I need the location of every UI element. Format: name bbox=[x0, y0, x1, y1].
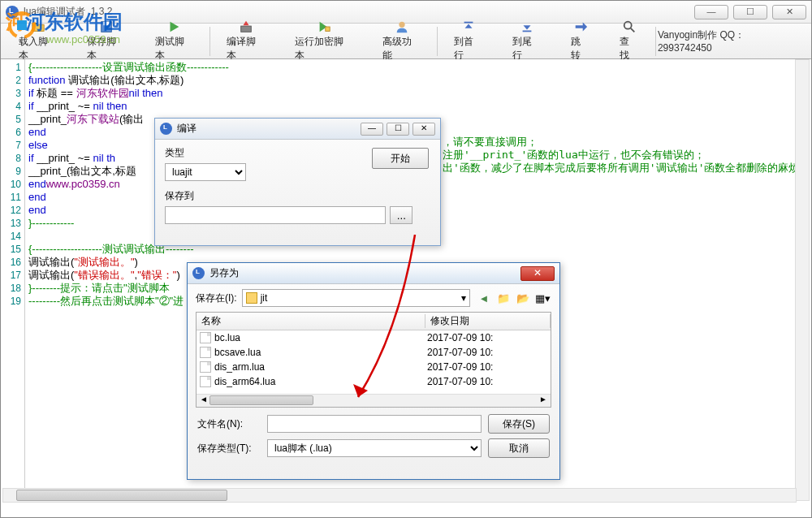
svg-rect-5 bbox=[326, 27, 330, 31]
saveas-dialog: 另存为 ✕ 保存在(I): jit ▾ ◄ 📁 📂 ▦▾ 名称 修改日期 bc.… bbox=[187, 262, 560, 480]
file-row[interactable]: bc.lua2017-07-09 10: bbox=[197, 330, 551, 345]
last-line-button[interactable]: 到尾行 bbox=[498, 24, 556, 58]
dialog-maximize-button[interactable]: ☐ bbox=[387, 123, 409, 136]
col-name[interactable]: 名称 bbox=[197, 314, 425, 328]
dialog-icon bbox=[160, 123, 172, 135]
cancel-button[interactable]: 取消 bbox=[488, 438, 550, 458]
view-button[interactable]: ▦▾ bbox=[533, 290, 551, 306]
save-button[interactable]: 保存(S) bbox=[488, 414, 550, 434]
compile-script-button[interactable]: 编译脚本 bbox=[212, 24, 280, 58]
file-list[interactable]: 名称 修改日期 bc.lua2017-07-09 10:bcsave.lua20… bbox=[196, 312, 551, 408]
play-lock-icon bbox=[316, 19, 332, 34]
filetype-label: 保存类型(T): bbox=[197, 442, 261, 455]
dialog-close-button[interactable]: ✕ bbox=[412, 123, 435, 136]
user-icon bbox=[394, 19, 410, 34]
svg-line-10 bbox=[631, 28, 635, 32]
browse-button[interactable]: ... bbox=[390, 206, 412, 224]
svg-rect-3 bbox=[103, 22, 109, 26]
test-script-button[interactable]: 测试脚本 bbox=[140, 24, 209, 58]
saveas-close-button[interactable]: ✕ bbox=[520, 266, 555, 281]
file-icon bbox=[200, 332, 211, 343]
file-row[interactable]: dis_arm.lua2017-07-09 10: bbox=[197, 360, 551, 374]
compile-icon bbox=[238, 19, 254, 34]
compile-dialog-title: 编译 bbox=[177, 122, 361, 136]
svg-rect-7 bbox=[464, 22, 473, 24]
list-scroll-thumb[interactable] bbox=[209, 395, 313, 405]
folder-select[interactable]: jit ▾ bbox=[242, 289, 470, 307]
svg-point-9 bbox=[624, 22, 632, 29]
file-row[interactable]: dis_arm64.lua2017-07-09 10: bbox=[197, 374, 551, 389]
save-icon bbox=[98, 19, 114, 34]
svg-point-6 bbox=[399, 22, 404, 28]
dialog-minimize-button[interactable]: — bbox=[361, 123, 383, 136]
svg-rect-8 bbox=[523, 31, 532, 32]
type-select[interactable]: luajit bbox=[165, 163, 246, 181]
app-icon bbox=[6, 6, 19, 19]
maximize-button[interactable]: ☐ bbox=[733, 5, 767, 19]
find-button[interactable]: 查找 bbox=[605, 24, 654, 58]
toolbar: 载入脚本 保存脚本 测试脚本 编译脚本 运行加密脚本 高级功能 到首行 到尾行 … bbox=[1, 24, 811, 59]
newfolder-button[interactable]: 📂 bbox=[514, 290, 532, 306]
file-icon bbox=[200, 361, 211, 373]
back-button[interactable]: ◄ bbox=[475, 290, 493, 306]
separator bbox=[655, 27, 656, 56]
code-comment: 出'函数，减少了在脚本完成后要将所有调用'调试输出'函数全都删除的麻烦。 bbox=[443, 161, 810, 175]
vertical-scrollbar[interactable] bbox=[795, 59, 810, 501]
scroll-thumb[interactable] bbox=[16, 490, 227, 501]
filetype-select[interactable]: lua脚本 (.lua) bbox=[267, 439, 482, 457]
file-icon bbox=[200, 347, 211, 358]
saveto-label: 保存到 bbox=[165, 189, 430, 203]
separator bbox=[437, 27, 438, 56]
saveto-input[interactable] bbox=[165, 206, 386, 224]
col-date[interactable]: 修改日期 bbox=[425, 314, 551, 328]
start-button[interactable]: 开始 bbox=[372, 148, 429, 169]
compile-dialog: 编译 — ☐ ✕ 类型 luajit 开始 保存到 ... bbox=[154, 118, 441, 246]
svg-rect-4 bbox=[241, 26, 252, 32]
credit-text: Vanyogin制作 QQ：2993742450 bbox=[658, 28, 798, 54]
up-button[interactable]: 📁 bbox=[495, 290, 512, 306]
load-script-button[interactable]: 载入脚本 bbox=[4, 24, 72, 58]
code-line[interactable]: {--------------------设置调试输出函数-----------… bbox=[28, 61, 811, 74]
arrow-up-first-icon bbox=[460, 19, 477, 34]
file-icon bbox=[200, 376, 211, 387]
open-icon bbox=[30, 19, 46, 34]
saveas-titlebar[interactable]: 另存为 ✕ bbox=[188, 263, 559, 284]
minimize-button[interactable]: — bbox=[694, 5, 728, 19]
compile-dialog-titlebar[interactable]: 编译 — ☐ ✕ bbox=[155, 119, 440, 140]
run-encrypted-button[interactable]: 运行加密脚本 bbox=[280, 24, 368, 58]
first-line-button[interactable]: 到首行 bbox=[439, 24, 498, 58]
code-line[interactable]: if 标题 == 河东软件园nil then bbox=[28, 87, 811, 100]
chevron-down-icon: ▾ bbox=[461, 292, 466, 304]
dialog-icon bbox=[192, 267, 205, 279]
arrow-down-last-icon bbox=[519, 19, 535, 34]
folder-icon bbox=[246, 292, 257, 304]
file-row[interactable]: bcsave.lua2017-07-09 10: bbox=[197, 345, 551, 360]
search-icon bbox=[621, 19, 637, 34]
separator bbox=[209, 27, 210, 56]
play-icon bbox=[166, 19, 182, 34]
code-line[interactable]: if __print_ ~= nil then bbox=[28, 100, 811, 113]
save-script-button[interactable]: 保存脚本 bbox=[72, 24, 140, 58]
arrow-right-icon bbox=[572, 19, 589, 34]
filename-label: 文件名(N): bbox=[197, 417, 261, 431]
saveas-title: 另存为 bbox=[209, 266, 520, 280]
list-header[interactable]: 名称 修改日期 bbox=[197, 313, 551, 330]
savein-label: 保存在(I): bbox=[196, 291, 237, 305]
advanced-button[interactable]: 高级功能 bbox=[368, 24, 436, 58]
line-gutter: 12345678910111213141516171819 bbox=[1, 59, 25, 498]
close-button[interactable]: ✕ bbox=[772, 5, 806, 19]
code-line[interactable]: function 调试输出(输出文本,标题) bbox=[28, 74, 811, 87]
horizontal-scrollbar[interactable] bbox=[2, 488, 797, 503]
list-scrollbar[interactable]: ◄ ► bbox=[197, 394, 551, 407]
filename-input[interactable] bbox=[267, 415, 482, 433]
window-title: lua编辑调试者 .1.3.2 bbox=[24, 5, 694, 19]
jump-button[interactable]: 跳转 bbox=[556, 24, 605, 58]
